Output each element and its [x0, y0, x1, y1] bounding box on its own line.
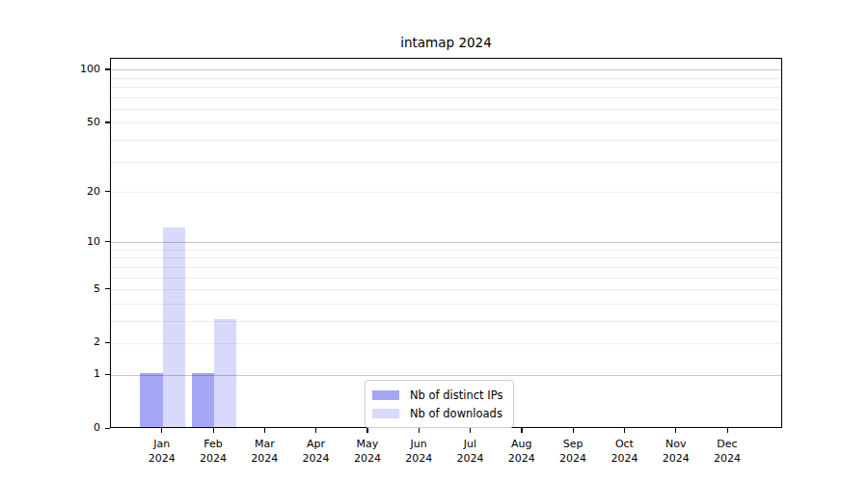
x-tick-mark-jun [419, 428, 420, 433]
y-tick-label-20: 20 [54, 186, 100, 198]
gridline-9 [111, 250, 781, 251]
legend-label-downloads: Nb of downloads [410, 407, 502, 420]
x-tick-label-jan: Jan2024 [133, 437, 191, 466]
y-tick-label-10: 10 [54, 236, 100, 248]
gridline-7 [111, 267, 781, 268]
legend-label-distinct-ips: Nb of distinct IPs [410, 388, 502, 402]
y-tick-label-5: 5 [54, 283, 100, 295]
x-tick-mark-jul [470, 428, 471, 433]
legend: Nb of distinct IPs Nb of downloads [365, 380, 514, 428]
x-tick-mark-oct [624, 428, 625, 433]
x-tick-mark-nov [675, 428, 676, 433]
y-tick-mark-100 [105, 68, 110, 69]
legend-entry-distinct-ips: Nb of distinct IPs [372, 386, 502, 404]
x-tick-mark-sep [573, 428, 574, 433]
y-tick-label-2: 2 [54, 336, 100, 348]
bar-jan-distinct-ips [140, 373, 162, 427]
x-tick-label-aug: Aug2024 [493, 437, 551, 466]
y-tick-mark-10 [105, 241, 110, 242]
gridline-60 [111, 109, 781, 110]
gridline-4 [111, 304, 781, 305]
x-tick-mark-feb [213, 428, 214, 433]
gridline-2 [111, 343, 781, 344]
y-tick-label-0: 0 [54, 422, 100, 434]
gridline-100 [111, 69, 781, 70]
gridline-6 [111, 278, 781, 279]
legend-entry-downloads: Nb of downloads [372, 404, 502, 422]
x-tick-label-mar: Mar2024 [235, 437, 293, 466]
gridline-3 [111, 321, 781, 322]
x-tick-mark-dec [727, 428, 728, 433]
x-tick-mark-aug [521, 428, 522, 433]
y-tick-label-1: 1 [54, 368, 100, 380]
x-tick-label-dec: Dec2024 [698, 437, 756, 466]
y-tick-label-50: 50 [54, 117, 100, 128]
x-tick-label-feb: Feb2024 [184, 437, 242, 466]
y-tick-mark-0 [105, 428, 110, 429]
gridline-40 [111, 140, 781, 141]
x-tick-label-jun: Jun2024 [390, 437, 448, 466]
gridline-70 [111, 97, 781, 98]
y-tick-label-100: 100 [54, 64, 100, 75]
x-tick-label-jul: Jul2024 [442, 437, 500, 466]
gridline-5 [111, 289, 781, 290]
y-tick-mark-2 [105, 342, 110, 343]
gridline-8 [111, 257, 781, 258]
x-tick-label-sep: Sep2024 [544, 437, 602, 466]
gridline-90 [111, 78, 781, 79]
legend-swatch-downloads [372, 409, 399, 418]
bar-jan-downloads [163, 228, 185, 427]
bar-feb-downloads [214, 319, 236, 427]
y-tick-mark-1 [105, 374, 110, 375]
gridline-20 [111, 192, 781, 193]
plot-area [110, 58, 782, 428]
chart-title: intamap 2024 [110, 35, 782, 50]
x-tick-label-apr: Apr2024 [287, 437, 345, 466]
x-tick-mark-jan [161, 428, 162, 433]
y-tick-mark-5 [105, 288, 110, 289]
x-tick-mark-may [366, 428, 367, 433]
y-tick-mark-20 [105, 191, 110, 192]
x-tick-label-oct: Oct2024 [595, 437, 653, 466]
x-tick-label-nov: Nov2024 [647, 437, 705, 466]
gridline-10 [111, 242, 781, 243]
x-tick-mark-apr [315, 428, 316, 433]
gridline-30 [111, 162, 781, 163]
chart-figure: intamap 2024 0125102050100 Jan2024Feb202… [0, 0, 868, 482]
gridline-50 [111, 122, 781, 123]
gridline-80 [111, 87, 781, 88]
x-tick-mark-mar [264, 428, 265, 433]
y-tick-mark-50 [105, 121, 110, 122]
legend-swatch-distinct-ips [372, 390, 399, 400]
x-tick-label-may: May2024 [339, 437, 396, 466]
bar-feb-distinct-ips [192, 373, 214, 427]
